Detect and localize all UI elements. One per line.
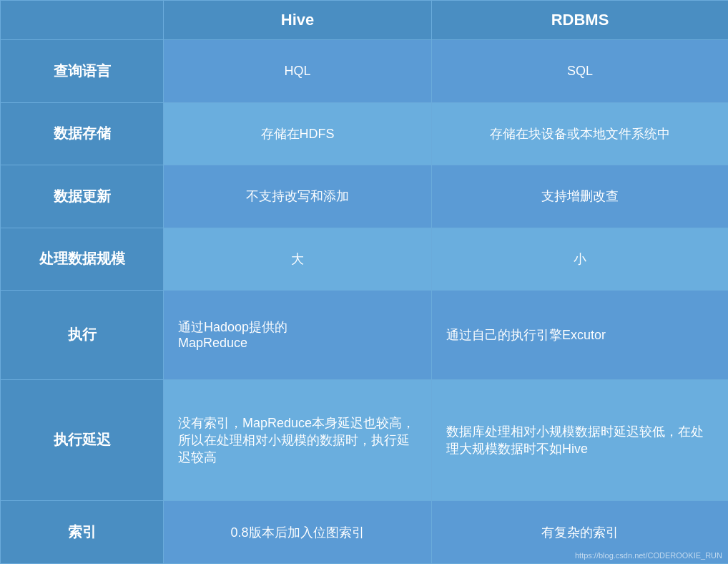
row-hive-value: 通过Hadoop提供的MapReduce (164, 291, 432, 380)
row-label: 索引 (1, 501, 164, 564)
row-rdbms-value: 小 (432, 228, 729, 291)
row-rdbms-value: 数据库处理相对小规模数据时延迟较低，在处理大规模数据时不如Hive (432, 379, 729, 501)
table-row: 执行通过Hadoop提供的MapReduce通过自己的执行引擎Excutor (1, 291, 729, 380)
row-hive-value: 没有索引，MapReduce本身延迟也较高，所以在处理相对小规模的数据时，执行延… (164, 379, 432, 501)
header-label (1, 1, 164, 40)
row-rdbms-value: 通过自己的执行引擎Excutor (432, 291, 729, 380)
comparison-table-wrapper: Hive RDBMS 查询语言HQLSQL数据存储存储在HDFS存储在块设备或本… (0, 0, 728, 564)
comparison-table: Hive RDBMS 查询语言HQLSQL数据存储存储在HDFS存储在块设备或本… (0, 0, 728, 564)
row-label: 执行延迟 (1, 379, 164, 501)
row-hive-value: 0.8版本后加入位图索引 (164, 501, 432, 564)
table-row: 索引0.8版本后加入位图索引有复杂的索引 (1, 501, 729, 564)
row-label: 数据更新 (1, 165, 164, 228)
row-hive-value: 大 (164, 228, 432, 291)
table-row: 查询语言HQLSQL (1, 40, 729, 103)
header-rdbms: RDBMS (432, 1, 729, 40)
row-rdbms-value: 支持增删改查 (432, 165, 729, 228)
header-row: Hive RDBMS (1, 1, 729, 40)
row-rdbms-value: 存储在块设备或本地文件系统中 (432, 102, 729, 165)
row-hive-value: 不支持改写和添加 (164, 165, 432, 228)
row-hive-value: 存储在HDFS (164, 102, 432, 165)
row-rdbms-value: SQL (432, 40, 729, 103)
row-hive-value: HQL (164, 40, 432, 103)
table-row: 数据存储存储在HDFS存储在块设备或本地文件系统中 (1, 102, 729, 165)
table-row: 处理数据规模大小 (1, 228, 729, 291)
row-label: 处理数据规模 (1, 228, 164, 291)
header-hive: Hive (164, 1, 432, 40)
table-row: 执行延迟没有索引，MapReduce本身延迟也较高，所以在处理相对小规模的数据时… (1, 379, 729, 501)
row-label: 查询语言 (1, 40, 164, 103)
table-row: 数据更新不支持改写和添加支持增删改查 (1, 165, 729, 228)
row-label: 执行 (1, 291, 164, 380)
row-label: 数据存储 (1, 102, 164, 165)
row-rdbms-value: 有复杂的索引 (432, 501, 729, 564)
